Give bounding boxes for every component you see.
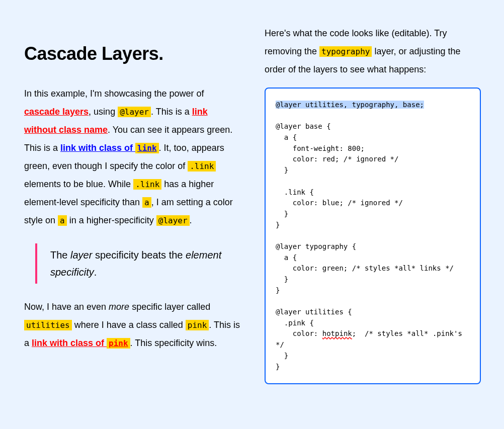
link-with-class-pink-link[interactable]: link with class of pink (32, 338, 130, 348)
code-block: @layer base { a { font-weight: 800; colo… (276, 122, 403, 228)
code-editor[interactable]: @layer utilities, typography, base; @lay… (265, 88, 481, 384)
emphasis: more (109, 302, 129, 312)
text: specific layer called (129, 302, 210, 312)
text: specificity beats the (92, 249, 186, 261)
at-layer-code: @layer (118, 107, 151, 117)
paragraph-1: In this example, I'm showcasing the powe… (24, 84, 240, 229)
pink-code: pink (107, 338, 130, 349)
a-code: a (142, 197, 151, 208)
spellcheck-underline: hotpink (322, 329, 352, 337)
paragraph-2: Now, I have an even more specific layer … (24, 298, 240, 352)
code-block: @layer typography { a { color: green; /*… (276, 242, 454, 294)
text: elements to be blue. While (24, 179, 133, 189)
at-layer-code: @layer (156, 215, 190, 226)
page-title: Cascade Layers. (24, 43, 240, 64)
dot-link-code: .link (133, 179, 161, 190)
pink-code: pink (186, 320, 209, 330)
text: Now, I have an even (24, 302, 109, 312)
text: , using (89, 107, 118, 117)
link-text: link with class of (60, 143, 135, 153)
text: In this example, I'm showcasing the powe… (24, 89, 204, 99)
utilities-code: utilities (24, 320, 72, 330)
text: . This is a (151, 107, 192, 117)
dot-link-code: .link (188, 161, 216, 171)
typography-code: typography (319, 46, 372, 57)
link-text: link with class of (32, 338, 107, 348)
link-code: link (135, 143, 159, 153)
link-with-class-link-link[interactable]: link with class of link (60, 143, 159, 153)
blockquote: The layer specificity beats the element … (35, 243, 240, 284)
text: . This specificity wins. (130, 338, 217, 348)
text: The (50, 249, 70, 261)
text: in a higher-specificity (67, 215, 156, 225)
emphasis: layer (70, 249, 92, 261)
text: . (190, 215, 192, 225)
text: where I have a class called (72, 320, 186, 330)
text: . (94, 267, 97, 278)
code-selection: @layer utilities, typography, base; (276, 101, 424, 109)
a-code: a (58, 215, 67, 226)
right-intro: Here's what the code looks like (editabl… (265, 24, 481, 78)
cascade-layers-link[interactable]: cascade layers (24, 107, 89, 117)
